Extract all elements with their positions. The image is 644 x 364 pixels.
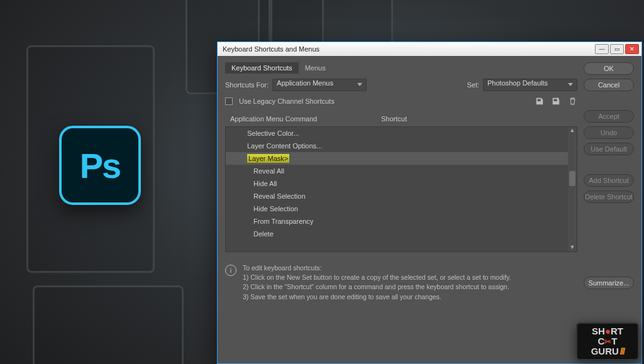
maximize-button[interactable]: ▭: [610, 44, 624, 54]
bg-box: [33, 285, 184, 364]
info-title: To edit keyboard shortcuts:: [243, 263, 511, 273]
list-item[interactable]: Layer Mask>: [226, 152, 568, 165]
set-select[interactable]: Photoshop Defaults: [483, 79, 577, 91]
list-item[interactable]: Hide All: [226, 177, 568, 190]
list-item[interactable]: Hide Selection: [226, 202, 568, 215]
info-text: To edit keyboard shortcuts: 1) Click on …: [243, 263, 511, 302]
info-line: 3) Save the set when you are done editin…: [243, 292, 511, 302]
chevron-down-icon: [357, 83, 362, 86]
close-button[interactable]: ✕: [625, 44, 639, 54]
add-shortcut-button[interactable]: Add Shortcut: [584, 174, 634, 187]
watermark-line: SH●RT: [592, 326, 623, 336]
watermark-line: GURU///: [591, 346, 625, 356]
list-item[interactable]: From Transparency: [226, 215, 568, 228]
accept-button[interactable]: Accept: [584, 110, 634, 123]
list-item-label: Hide All: [253, 180, 277, 187]
set-toolbar: [535, 96, 577, 106]
col-shortcut: Shortcut: [381, 115, 572, 123]
summarize-button[interactable]: Summarize...: [584, 277, 634, 289]
list-item[interactable]: Reveal All: [226, 165, 568, 177]
info-line: 2) Click in the "Shortcut" column for a …: [243, 282, 511, 292]
tabs: Keyboard Shortcuts Menus: [225, 62, 577, 74]
scroll-down-icon[interactable]: ▼: [569, 244, 575, 251]
list-item-label: Layer Content Options...: [247, 142, 322, 150]
use-default-button[interactable]: Use Default: [584, 143, 634, 155]
minimize-button[interactable]: —: [595, 44, 609, 54]
dialog-side: OK Cancel Accept Undo Use Default Add Sh…: [577, 62, 634, 358]
info-panel: i To edit keyboard shortcuts: 1) Click o…: [225, 263, 577, 302]
dialog-title: Keyboard Shortcuts and Menus: [223, 45, 594, 53]
shortcuts-for-select[interactable]: Application Menus: [272, 79, 367, 91]
dialog-main: Keyboard Shortcuts Menus Shortcuts For: …: [225, 62, 577, 358]
col-command: Application Menu Command: [230, 115, 381, 123]
info-icon: i: [225, 265, 236, 276]
set-value: Photoshop Defaults: [487, 79, 548, 87]
scroll-up-icon[interactable]: ▲: [569, 127, 575, 135]
cancel-button[interactable]: Cancel: [584, 79, 634, 91]
list-item-label: Layer Mask>: [247, 154, 289, 163]
set-label: Set:: [467, 81, 479, 89]
shortcuts-for-label: Shortcuts For:: [225, 81, 269, 89]
scrollbar[interactable]: ▲ ▼: [568, 127, 577, 251]
save-set-icon[interactable]: [535, 96, 545, 106]
trash-icon[interactable]: [567, 96, 577, 106]
watermark-badge: SH●RT C✂T GURU///: [576, 323, 639, 360]
dialog-body: Keyboard Shortcuts Menus Shortcuts For: …: [218, 56, 641, 363]
titlebar[interactable]: Keyboard Shortcuts and Menus — ▭ ✕: [218, 42, 641, 56]
table-header: Application Menu Command Shortcut: [225, 111, 577, 126]
undo-button[interactable]: Undo: [584, 126, 634, 139]
use-legacy-checkbox[interactable]: [225, 97, 233, 105]
list-item[interactable]: Delete: [226, 228, 568, 240]
list-item[interactable]: Selective Color...: [226, 127, 568, 140]
tab-keyboard-shortcuts[interactable]: Keyboard Shortcuts: [225, 62, 299, 74]
delete-shortcut-button[interactable]: Delete Shortcut: [584, 190, 634, 203]
photoshop-app-icon-label: Ps: [80, 145, 121, 186]
keyboard-shortcuts-dialog: Keyboard Shortcuts and Menus — ▭ ✕ Keybo…: [217, 41, 642, 364]
list-item-label: From Transparency: [253, 218, 313, 225]
list-item-label: Selective Color...: [247, 130, 299, 137]
shortcuts-for-value: Application Menus: [277, 79, 333, 87]
photoshop-app-icon: Ps: [59, 126, 141, 205]
chevron-down-icon: [568, 83, 573, 86]
command-list: Selective Color...Layer Content Options.…: [225, 126, 577, 252]
list-item-label: Reveal All: [253, 167, 284, 175]
scrollbar-thumb[interactable]: [569, 171, 575, 186]
ok-button[interactable]: OK: [584, 62, 634, 75]
tab-menus[interactable]: Menus: [299, 62, 332, 74]
watermark-line: C✂T: [597, 336, 617, 346]
list-item-label: Reveal Selection: [253, 192, 306, 200]
row-shortcuts-for: Shortcuts For: Application Menus Set: Ph…: [225, 79, 577, 91]
list-item[interactable]: Layer Content Options...: [226, 140, 568, 152]
new-set-icon[interactable]: [551, 96, 561, 106]
list-item-label: Delete: [253, 230, 274, 238]
list-item-label: Hide Selection: [253, 205, 298, 212]
list-item[interactable]: Reveal Selection: [226, 190, 568, 202]
info-line: 1) Click on the New Set button to create…: [243, 273, 511, 282]
row-legacy: Use Legacy Channel Shortcuts: [225, 96, 577, 106]
use-legacy-label: Use Legacy Channel Shortcuts: [239, 97, 335, 105]
